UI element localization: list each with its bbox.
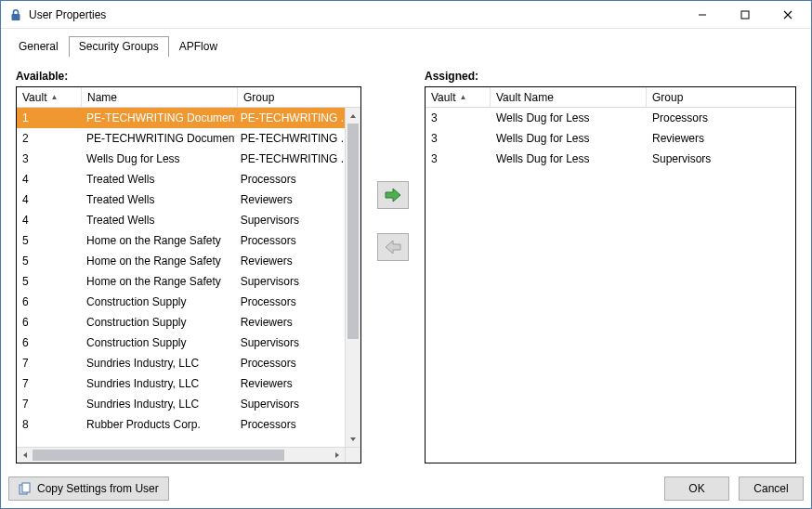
cell-group: Supervisors (647, 152, 786, 165)
cell-vault: 3 (426, 132, 491, 145)
svg-rect-0 (12, 14, 20, 20)
sort-asc-icon: ▲ (50, 93, 58, 101)
cell-name: Construction Supply (81, 316, 235, 329)
available-header-name[interactable]: Name (82, 87, 238, 107)
scroll-left-icon[interactable] (17, 448, 33, 463)
window-title: User Properties (29, 8, 106, 21)
cell-vault: 3 (17, 152, 81, 165)
available-panel: Available: Vault ▲ Name Group 1PE-TECHWR… (16, 70, 361, 463)
cancel-button[interactable]: Cancel (739, 476, 804, 501)
cell-vault: 6 (17, 295, 81, 308)
table-row[interactable]: 1PE-TECHWRITING DocumentsPE-TECHWRITING … (17, 108, 345, 128)
table-row[interactable]: 6Construction SupplyReviewers (17, 312, 345, 333)
hscroll-thumb[interactable] (33, 450, 284, 461)
cell-name: Wells Dug for Less (81, 152, 235, 165)
minimize-button[interactable] (681, 2, 724, 28)
tab-security-groups[interactable]: Security Groups (69, 36, 169, 57)
cell-group: Processors (235, 295, 345, 308)
available-header: Vault ▲ Name Group (17, 87, 360, 108)
table-row[interactable]: 5Home on the Range SafetyProcessors (17, 230, 345, 251)
cell-name: PE-TECHWRITING Documents ... (81, 132, 235, 145)
footer: Copy Settings from User OK Cancel (1, 471, 811, 508)
arrow-left-icon (384, 240, 402, 254)
available-header-group[interactable]: Group (238, 87, 360, 107)
cell-group: Supervisors (235, 214, 345, 227)
cell-vault: 5 (17, 234, 81, 247)
assigned-header-vault[interactable]: Vault ▲ (426, 87, 491, 107)
lock-icon (8, 7, 23, 22)
cell-group: Processors (235, 234, 345, 247)
cell-group: Reviewers (235, 193, 345, 206)
transfer-buttons (374, 70, 412, 463)
table-row[interactable]: 7Sundries Industry, LLCProcessors (17, 353, 345, 373)
remove-button[interactable] (377, 233, 409, 261)
cell-vault: 4 (17, 173, 81, 186)
copy-icon (19, 482, 32, 495)
cell-group: Processors (647, 111, 786, 124)
cell-group: Reviewers (647, 132, 786, 145)
cell-vault: 5 (17, 254, 81, 268)
assigned-panel: Assigned: Vault ▲ Vault Name Group 3Well… (425, 70, 796, 463)
table-row[interactable]: 6Construction SupplySupervisors (17, 333, 345, 353)
ok-button[interactable]: OK (664, 476, 729, 501)
window: User Properties General Security Groups … (0, 0, 812, 509)
cell-name: Treated Wells (81, 193, 235, 206)
cell-vault: 7 (17, 357, 81, 370)
cell-group: PE-TECHWRITING ... (235, 111, 345, 124)
table-row[interactable]: 4Treated WellsProcessors (17, 169, 345, 189)
titlebar: User Properties (1, 1, 811, 29)
cell-group: Supervisors (235, 398, 345, 411)
cell-name: Sundries Industry, LLC (81, 357, 235, 370)
cell-group: Processors (235, 418, 345, 431)
available-hscrollbar[interactable] (17, 447, 360, 463)
table-row[interactable]: 8Rubber Products Corp.Processors (17, 414, 345, 435)
table-row[interactable]: 3Wells Dug for LessSupervisors (426, 149, 795, 169)
cell-name: PE-TECHWRITING Documents (81, 111, 235, 124)
assigned-header-group[interactable]: Group (647, 87, 795, 107)
table-row[interactable]: 5Home on the Range SafetyReviewers (17, 251, 345, 271)
cell-vault: 6 (17, 336, 81, 349)
table-row[interactable]: 5Home on the Range SafetySupervisors (17, 271, 345, 292)
available-scrollbar[interactable] (345, 108, 360, 447)
cell-vault: 7 (17, 377, 81, 390)
cell-name: Treated Wells (81, 173, 235, 186)
tab-general[interactable]: General (8, 36, 69, 57)
svg-rect-1 (741, 11, 749, 19)
available-list[interactable]: Vault ▲ Name Group 1PE-TECHWRITING Docum… (16, 86, 361, 463)
maximize-button[interactable] (724, 2, 766, 28)
table-row[interactable]: 3Wells Dug for LessReviewers (426, 128, 795, 149)
cell-group: PE-TECHWRITING ... (235, 132, 345, 145)
cell-name: Rubber Products Corp. (81, 418, 235, 431)
available-header-vault[interactable]: Vault ▲ (17, 87, 82, 107)
scroll-down-icon[interactable] (346, 431, 360, 447)
tab-apflow[interactable]: APFlow (169, 36, 228, 57)
table-row[interactable]: 4Treated WellsReviewers (17, 189, 345, 210)
close-button[interactable] (766, 2, 809, 28)
cell-name: Sundries Industry, LLC (81, 398, 235, 411)
cell-vault: 4 (17, 193, 81, 206)
table-row[interactable]: 3Wells Dug for LessPE-TECHWRITING ... (17, 149, 345, 169)
scroll-right-icon[interactable] (329, 448, 345, 463)
add-button[interactable] (377, 181, 409, 209)
cell-group: Reviewers (235, 377, 345, 390)
table-row[interactable]: 6Construction SupplyProcessors (17, 292, 345, 312)
copy-settings-button[interactable]: Copy Settings from User (8, 476, 169, 501)
table-row[interactable]: 3Wells Dug for LessProcessors (426, 108, 795, 128)
cell-vault: 3 (426, 111, 491, 124)
cell-vault: 7 (17, 398, 81, 411)
header-text: Vault (22, 91, 46, 104)
cell-group: Processors (235, 173, 345, 186)
table-row[interactable]: 7Sundries Industry, LLCReviewers (17, 373, 345, 394)
cell-vault: 8 (17, 418, 81, 431)
scroll-thumb[interactable] (347, 124, 359, 339)
table-row[interactable]: 4Treated WellsSupervisors (17, 210, 345, 230)
scroll-up-icon[interactable] (346, 108, 360, 124)
table-row[interactable]: 7Sundries Industry, LLCSupervisors (17, 394, 345, 414)
table-row[interactable]: 2PE-TECHWRITING Documents ...PE-TECHWRIT… (17, 128, 345, 149)
cell-name: Construction Supply (81, 295, 235, 308)
cell-group: Processors (235, 357, 345, 370)
cell-vault: 3 (426, 152, 491, 165)
assigned-header-name[interactable]: Vault Name (491, 87, 647, 107)
assigned-list[interactable]: Vault ▲ Vault Name Group 3Wells Dug for … (425, 86, 796, 463)
sort-asc-icon: ▲ (459, 93, 466, 101)
